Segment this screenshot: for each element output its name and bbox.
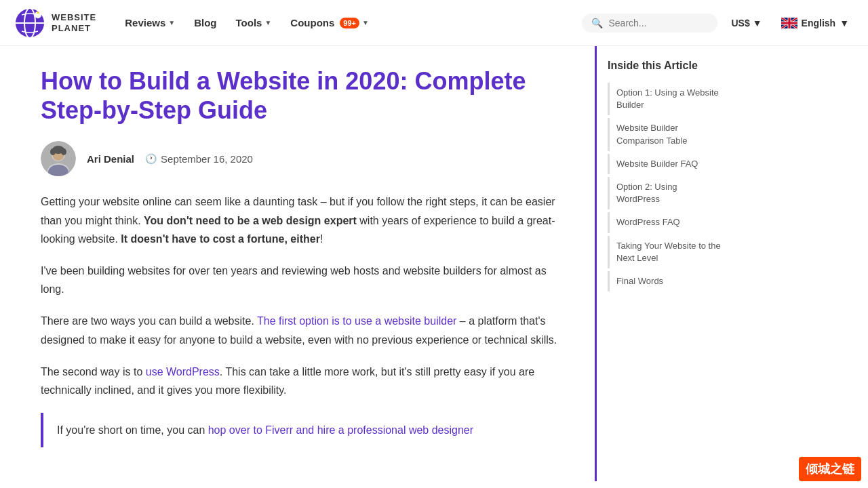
- date-line: 🕐 September 16, 2020: [145, 153, 253, 165]
- coupons-badge: 99+: [340, 18, 359, 28]
- watermark: 倾城之链: [799, 457, 861, 481]
- chevron-down-icon: ▼: [264, 19, 271, 26]
- sidebar-item-3[interactable]: Website Builder FAQ: [608, 154, 728, 174]
- chevron-down-icon: ▼: [362, 19, 369, 26]
- clock-icon: 🕐: [145, 153, 157, 164]
- paragraph-4: The second way is to use WordPress. This…: [41, 363, 568, 399]
- blockquote: If you're short on time, you can hop ove…: [41, 413, 568, 447]
- main-wrapper: How to Build a Website in 2020: Complete…: [0, 46, 868, 481]
- author-avatar: [41, 141, 76, 176]
- paragraph-2: I've been building websites for over ten…: [41, 262, 568, 298]
- sidebar-link-3[interactable]: Website Builder FAQ: [616, 158, 722, 170]
- nav-tools[interactable]: Tools ▼: [228, 12, 280, 34]
- sidebar-item-5[interactable]: WordPress FAQ: [608, 212, 728, 232]
- author-name: Ari Denial: [87, 153, 134, 165]
- article-body: Getting your website online can seem lik…: [41, 192, 568, 447]
- svg-point-13: [61, 148, 66, 155]
- main-nav: Reviews ▼ Blog Tools ▼ Coupons 99+ ▼: [117, 12, 582, 34]
- website-builder-link[interactable]: The first option is to use a website bui…: [257, 315, 456, 327]
- logo-icon: [14, 7, 46, 39]
- sidebar-item-2[interactable]: Website Builder Comparison Table: [608, 118, 728, 150]
- article-title: How to Build a Website in 2020: Complete…: [41, 66, 568, 125]
- sidebar-link-6[interactable]: Taking Your Website to the Next Level: [616, 240, 722, 264]
- sidebar-link-1[interactable]: Option 1: Using a Website Builder: [616, 87, 722, 111]
- sidebar-link-7[interactable]: Final Words: [616, 275, 722, 287]
- blockquote-text: If you're short on time, you can hop ove…: [57, 421, 554, 439]
- sidebar-item-6[interactable]: Taking Your Website to the Next Level: [608, 236, 728, 268]
- chevron-down-icon: ▼: [840, 18, 849, 28]
- header-right: 🔍 US$ ▼ English ▼: [582, 14, 854, 33]
- paragraph-3: There are two ways you can build a websi…: [41, 312, 568, 348]
- sidebar-nav: Option 1: Using a Website Builder Websit…: [608, 83, 728, 291]
- fiverr-link[interactable]: hop over to Fiverr and hire a profession…: [208, 424, 473, 436]
- paragraph-1: Getting your website online can seem lik…: [41, 192, 568, 248]
- author-line: Ari Denial 🕐 September 16, 2020: [41, 141, 568, 176]
- wordpress-link[interactable]: use WordPress: [146, 366, 220, 378]
- chevron-down-icon: ▼: [168, 19, 175, 26]
- article-date: September 16, 2020: [161, 153, 253, 165]
- nav-coupons[interactable]: Coupons 99+ ▼: [282, 12, 377, 34]
- sidebar-item-4[interactable]: Option 2: Using WordPress: [608, 177, 728, 209]
- sidebar-link-4[interactable]: Option 2: Using WordPress: [616, 181, 722, 205]
- svg-point-12: [50, 148, 56, 155]
- search-box[interactable]: 🔍: [582, 14, 717, 33]
- currency-selector[interactable]: US$ ▼: [726, 14, 767, 33]
- chevron-down-icon: ▼: [753, 18, 762, 28]
- logo-link[interactable]: WEBSITE PLANET: [14, 7, 96, 39]
- search-icon: 🔍: [591, 18, 603, 28]
- sidebar-link-2[interactable]: Website Builder Comparison Table: [616, 122, 722, 146]
- site-header: WEBSITE PLANET Reviews ▼ Blog Tools ▼ Co…: [0, 0, 868, 46]
- sidebar-title: Inside this Article: [608, 60, 728, 72]
- article-sidebar: Inside this Article Option 1: Using a We…: [597, 46, 739, 481]
- nav-blog[interactable]: Blog: [186, 12, 224, 34]
- article-content: How to Build a Website in 2020: Complete…: [14, 46, 597, 481]
- sidebar-link-5[interactable]: WordPress FAQ: [616, 216, 722, 228]
- nav-reviews[interactable]: Reviews ▼: [117, 12, 183, 34]
- language-label: English: [802, 18, 836, 28]
- language-selector[interactable]: English ▼: [776, 14, 854, 33]
- logo-text: WEBSITE PLANET: [52, 12, 96, 33]
- sidebar-item-7[interactable]: Final Words: [608, 271, 728, 291]
- flag-icon: [781, 18, 797, 28]
- sidebar-item-1[interactable]: Option 1: Using a Website Builder: [608, 83, 728, 115]
- search-input[interactable]: [608, 18, 708, 28]
